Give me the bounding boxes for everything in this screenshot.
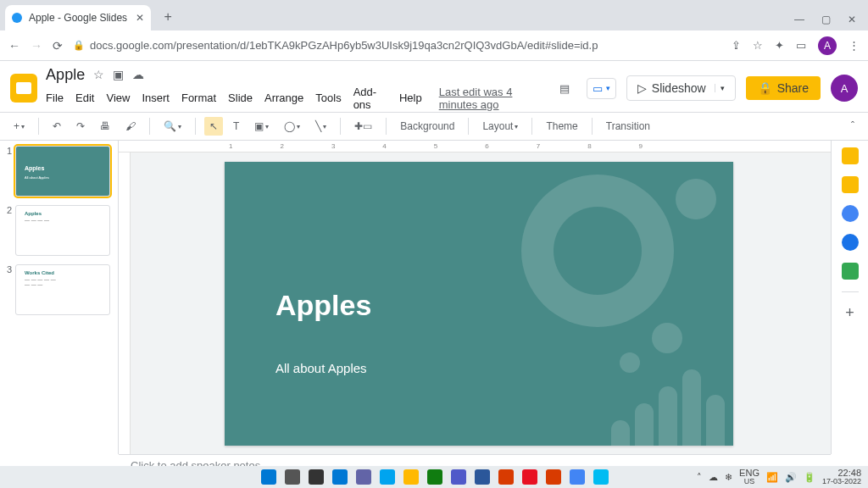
extensions-icon[interactable]: ✦	[775, 39, 784, 52]
comments-icon[interactable]: ▤	[553, 76, 576, 100]
zoom-icon[interactable]: 🔍 ▾	[159, 117, 186, 136]
app-icon[interactable]	[451, 469, 466, 485]
image-icon[interactable]: ▣ ▾	[249, 117, 274, 136]
app-icon[interactable]	[427, 469, 442, 485]
battery-icon[interactable]: 🔋	[804, 472, 815, 483]
tab-close-icon[interactable]: ✕	[136, 12, 144, 24]
new-slide-button[interactable]: + ▾	[8, 117, 30, 136]
slide-canvas[interactable]: Apples All about Apples	[225, 162, 733, 446]
bookmark-icon[interactable]: ☆	[753, 39, 763, 52]
keep-icon[interactable]	[842, 147, 859, 164]
slide-thumb-3[interactable]: 3 Works Cited— — — — —— — —	[3, 264, 114, 315]
office-icon[interactable]	[546, 469, 561, 485]
slide-thumb-2[interactable]: 2 Apples— — — —	[3, 205, 114, 256]
cloud-status-icon[interactable]: ☁	[132, 68, 144, 81]
maps-icon[interactable]	[842, 263, 859, 280]
minimize-icon[interactable]: —	[794, 14, 804, 25]
url-text: docs.google.com/presentation/d/1ebTKA9kP…	[90, 39, 598, 52]
move-icon[interactable]: ▣	[113, 68, 124, 81]
slide-area: 123456789 Apples All about Apples	[119, 141, 831, 454]
shape-icon[interactable]: ◯ ▾	[279, 117, 305, 136]
chrome-menu-icon[interactable]: ⋮	[849, 39, 860, 52]
share-page-icon[interactable]: ⇪	[732, 39, 741, 52]
slideshow-button[interactable]: ▷ Slideshow ▾	[626, 75, 736, 101]
new-tab-button[interactable]: +	[158, 7, 178, 27]
browser-tab[interactable]: Apple - Google Slides ✕	[5, 5, 151, 30]
maximize-icon[interactable]: ▢	[821, 14, 831, 25]
menu-edit[interactable]: Edit	[75, 92, 94, 104]
overflow-icon[interactable]: ˄	[697, 472, 702, 483]
slides-logo-icon[interactable]	[10, 74, 37, 103]
edge-icon[interactable]	[380, 469, 395, 485]
menu-tools[interactable]: Tools	[315, 92, 341, 104]
menu-arrange[interactable]: Arrange	[264, 92, 303, 104]
vertical-ruler	[119, 152, 131, 454]
taskview-icon[interactable]	[309, 469, 324, 485]
word-icon[interactable]	[475, 469, 490, 485]
collapse-toolbar-icon[interactable]: ˆ	[846, 117, 860, 136]
present-dropdown[interactable]: ▭ ▾	[587, 78, 616, 99]
select-tool-icon[interactable]: ↖	[204, 117, 223, 136]
account-avatar[interactable]: A	[831, 75, 858, 102]
filmstrip[interactable]: 1 Apples All about Apples 2 Apples— — — …	[0, 141, 119, 454]
layout-button[interactable]: Layout ▾	[477, 117, 523, 136]
onedrive-icon[interactable]: ☁	[709, 472, 718, 483]
slide-subtitle[interactable]: All about Apples	[275, 361, 367, 375]
undo-icon[interactable]: ↶	[47, 117, 66, 136]
browser-addressbar: ← → ⟳ 🔒 docs.google.com/presentation/d/1…	[0, 30, 868, 61]
start-icon[interactable]	[261, 469, 276, 485]
contacts2-icon[interactable]	[842, 234, 859, 251]
windows-taskbar: ˄ ☁ ❄ ENG US 📶 🔊 🔋 22:48 17-03-2022	[0, 466, 868, 488]
transition-button[interactable]: Transition	[601, 117, 655, 136]
search-icon[interactable]	[285, 469, 300, 485]
menu-file[interactable]: File	[46, 92, 64, 104]
menu-format[interactable]: Format	[181, 92, 216, 104]
add-addon-icon[interactable]: +	[845, 304, 854, 322]
mcafee-icon[interactable]	[498, 469, 514, 485]
weather-icon[interactable]: ❄	[725, 472, 732, 483]
reload-icon[interactable]: ⟳	[53, 39, 63, 53]
tasks-icon[interactable]	[842, 176, 859, 193]
slide-title[interactable]: Apples	[275, 289, 371, 322]
menu-view[interactable]: View	[106, 92, 130, 104]
doc-header: Apple ☆ ▣ ☁ File Edit View Insert Format…	[0, 61, 868, 112]
close-window-icon[interactable]: ✕	[848, 14, 856, 25]
explorer-icon[interactable]	[403, 469, 419, 485]
last-edit-link[interactable]: Last edit was 4 minutes ago	[439, 86, 553, 111]
volume-icon[interactable]: 🔊	[785, 472, 797, 483]
menu-help[interactable]: Help	[399, 92, 422, 104]
comment-icon[interactable]: ✚▭	[349, 117, 377, 136]
star-icon[interactable]: ☆	[93, 68, 104, 81]
nav-forward-icon[interactable]: →	[31, 39, 42, 53]
paint-format-icon[interactable]: 🖌	[120, 117, 141, 136]
textbox-icon[interactable]: T	[228, 117, 244, 136]
redo-icon[interactable]: ↷	[71, 117, 90, 136]
app-icon[interactable]	[332, 469, 348, 485]
clock[interactable]: 22:48 17-03-2022	[822, 469, 861, 485]
window-controls: — ▢ ✕	[794, 14, 868, 30]
contacts-icon[interactable]	[842, 205, 859, 222]
app-icon[interactable]	[593, 469, 609, 485]
nav-back-icon[interactable]: ←	[8, 39, 20, 53]
share-button[interactable]: 🔒 Share	[746, 76, 821, 100]
language-indicator[interactable]: ENG US	[739, 469, 760, 485]
menu-insert[interactable]: Insert	[142, 92, 170, 104]
slide-thumb-1[interactable]: 1 Apples All about Apples	[3, 146, 114, 197]
menu-slide[interactable]: Slide	[228, 92, 253, 104]
doc-title[interactable]: Apple	[46, 66, 85, 84]
teams-icon[interactable]	[356, 469, 371, 485]
reading-list-icon[interactable]: ▭	[796, 39, 806, 52]
app-icon[interactable]	[522, 469, 537, 485]
decor-circle-icon	[652, 323, 682, 353]
theme-button[interactable]: Theme	[541, 117, 582, 136]
line-icon[interactable]: ╲ ▾	[310, 117, 331, 136]
profile-avatar[interactable]: A	[818, 36, 837, 55]
side-panel: +	[831, 141, 868, 454]
background-button[interactable]: Background	[395, 117, 459, 136]
wifi-icon[interactable]: 📶	[766, 472, 778, 483]
menu-addons[interactable]: Add-ons	[353, 86, 387, 111]
print-icon[interactable]: 🖶	[95, 117, 115, 136]
lock-icon: 🔒	[73, 40, 85, 51]
chrome-icon[interactable]	[570, 469, 585, 485]
omnibox[interactable]: 🔒 docs.google.com/presentation/d/1ebTKA9…	[73, 39, 721, 52]
